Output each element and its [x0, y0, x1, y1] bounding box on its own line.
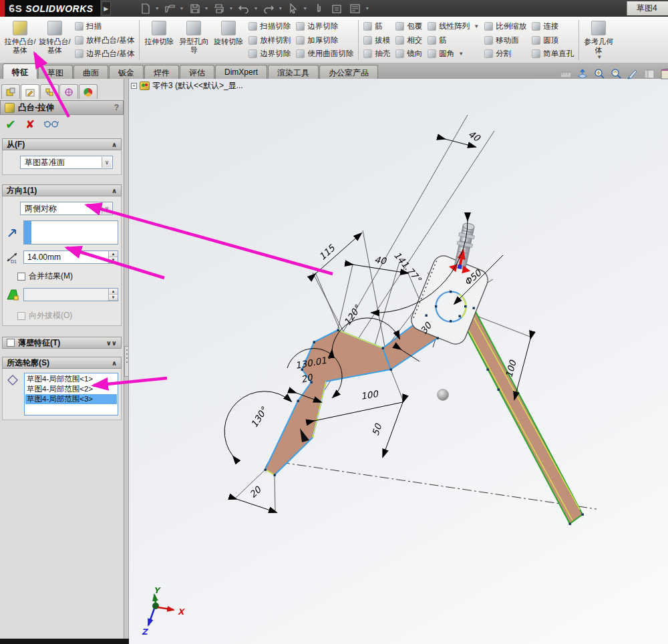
print-icon[interactable]: [211, 2, 227, 15]
graphics-viewport[interactable]: + 零件3 (默认<<默认>_显...: [129, 79, 668, 644]
undo-icon[interactable]: [236, 2, 252, 15]
extruded-cut-button[interactable]: 拉伸切除: [142, 18, 176, 62]
draft-button[interactable]: 拔模: [363, 34, 390, 47]
dim-115[interactable]: 115: [317, 242, 337, 262]
boundary-cut-button-2[interactable]: 边界切除: [296, 20, 353, 33]
boundary-boss-button[interactable]: 边界凸台/基体: [75, 47, 134, 60]
contour-listbox[interactable]: 草图4-局部范围<1> 草图4-局部范围<2> 草图4-局部范围<3>: [24, 373, 118, 416]
swept-cut-button[interactable]: 扫描切除: [248, 20, 291, 33]
tab-sheet-metal[interactable]: 钣金: [109, 65, 144, 79]
merge-result-checkbox[interactable]: [17, 273, 25, 281]
fillet-button[interactable]: 圆角▼: [428, 47, 479, 60]
linear-pattern-caret[interactable]: ▼: [474, 23, 479, 29]
contour-item-2[interactable]: 草图4-局部范围<2>: [25, 384, 117, 394]
simple-hole-button[interactable]: 简单直孔: [532, 47, 574, 60]
spin-down-icon[interactable]: ▼: [109, 257, 118, 263]
open-caret[interactable]: ▼: [180, 6, 184, 11]
undo-caret[interactable]: ▼: [253, 6, 258, 11]
dimxpert-manager-tab[interactable]: [59, 84, 78, 99]
intersect-button[interactable]: 相交: [395, 34, 422, 47]
dim-40-mid[interactable]: 40: [374, 254, 388, 267]
draft-angle-icon[interactable]: [5, 287, 20, 302]
swept-boss-button[interactable]: 扫描: [75, 20, 134, 33]
contour-item-empty[interactable]: [25, 404, 117, 414]
document-tab[interactable]: 草图4: [627, 1, 668, 15]
reference-geometry-button[interactable]: 参考几何体▼: [581, 18, 616, 62]
linear-pattern-button[interactable]: 线性阵列▼: [428, 20, 479, 33]
extruded-boss-base-button[interactable]: 拉伸凸台/基体: [3, 18, 37, 62]
revolved-boss-base-button[interactable]: 旋转凸台/基体: [37, 18, 72, 62]
depth-input[interactable]: 14.00mm ▲▼: [23, 251, 118, 264]
thin-feature-checkbox[interactable]: [7, 339, 15, 347]
dim-130[interactable]: 130°: [248, 405, 270, 430]
redo-icon[interactable]: [261, 2, 277, 15]
preview-glasses-icon[interactable]: [44, 120, 59, 130]
from-section-header[interactable]: 从(F)∧: [2, 138, 122, 150]
dome-button[interactable]: 圆顶: [532, 34, 574, 47]
end-condition-combobox[interactable]: 两侧对称 ∨: [20, 202, 113, 215]
feature-manager-tab[interactable]: [1, 84, 20, 99]
tab-surfaces[interactable]: 曲面: [73, 65, 108, 79]
from-combobox[interactable]: 草图基准面 ∨: [20, 156, 113, 169]
split-button[interactable]: 分割: [484, 47, 526, 60]
options-icon[interactable]: [347, 2, 363, 15]
new-icon[interactable]: [138, 2, 154, 15]
select-caret[interactable]: ▼: [303, 6, 307, 11]
property-manager-tab[interactable]: [21, 84, 39, 100]
move-face-button[interactable]: 移动面: [484, 34, 526, 47]
rib-button[interactable]: 筋: [363, 20, 390, 33]
extruded-part-body[interactable]: [265, 308, 582, 524]
tab-dimxpert[interactable]: DimXpert: [215, 65, 267, 79]
save-icon[interactable]: [187, 2, 203, 15]
thickened-cut-button[interactable]: 加厚切除: [296, 34, 353, 47]
panel-collapse-handle[interactable]: [124, 346, 129, 377]
direction-arrow-icon[interactable]: [5, 225, 20, 240]
reference-geometry-caret[interactable]: ▼: [597, 54, 602, 60]
scale-button[interactable]: 比例缩放: [484, 20, 526, 33]
new-caret[interactable]: ▼: [155, 6, 160, 11]
hole-wizard-button[interactable]: 异型孔向导: [176, 18, 211, 62]
ok-button[interactable]: ✔: [5, 120, 16, 130]
tab-office-products[interactable]: 办公室产品: [319, 65, 378, 79]
tab-features[interactable]: 特征: [3, 63, 37, 79]
dim-120[interactable]: 120°: [341, 303, 363, 327]
mirror-button[interactable]: 镜向: [395, 47, 422, 60]
join-button[interactable]: 连接: [532, 20, 574, 33]
shell-button[interactable]: 抽壳: [363, 47, 390, 60]
lofted-cut-button[interactable]: 放样切割: [248, 34, 291, 47]
fillet-caret[interactable]: ▼: [458, 51, 464, 57]
dim-100-mid[interactable]: 100: [360, 388, 379, 401]
dim-20-bottom[interactable]: 20: [247, 484, 264, 500]
print-caret[interactable]: ▼: [228, 6, 233, 11]
boundary-cut-button[interactable]: 边界切除: [248, 47, 291, 60]
model-canvas[interactable]: 40 115 40 141.77° 120° 30 Φ50 130.01° 20…: [129, 79, 668, 644]
direction-selection-box[interactable]: [23, 220, 118, 245]
cut-with-surface-button[interactable]: 使用曲面切除: [296, 47, 353, 60]
options-caret[interactable]: ▼: [365, 6, 369, 11]
display-manager-tab[interactable]: [79, 84, 98, 99]
bolt-fitting[interactable]: [448, 221, 480, 275]
menu-expand-arrow[interactable]: ▶: [102, 1, 111, 15]
rebuild-icon[interactable]: [329, 2, 345, 15]
selected-contours-section-header[interactable]: 所选轮廓(S)∧: [2, 357, 122, 369]
cancel-button[interactable]: ✘: [25, 120, 35, 130]
wrap-button[interactable]: 包覆: [395, 20, 422, 33]
panel-splitter[interactable]: [124, 79, 129, 640]
lower-arm-face[interactable]: [265, 330, 391, 475]
open-icon[interactable]: [162, 2, 178, 15]
redo-caret[interactable]: ▼: [278, 6, 283, 11]
thin-feature-section-header[interactable]: 薄壁特征(T) ∨∨: [2, 337, 122, 349]
revolved-cut-button[interactable]: 旋转切除: [211, 18, 246, 62]
dimension-lines[interactable]: [224, 139, 530, 512]
direction1-section-header[interactable]: 方向1(1)∧: [2, 184, 122, 196]
contour-item-1[interactable]: 草图4-局部范围<1>: [25, 374, 117, 384]
tab-render-tools[interactable]: 渲染工具: [268, 65, 319, 79]
lofted-boss-button[interactable]: 放样凸台/基体: [75, 34, 134, 47]
rib-button-2[interactable]: 筋: [428, 34, 479, 47]
depth-spinner[interactable]: ▲▼: [108, 251, 118, 263]
save-caret[interactable]: ▼: [204, 6, 209, 11]
tab-evaluate[interactable]: 评估: [180, 65, 214, 79]
right-leg-face[interactable]: [460, 308, 582, 524]
dim-40-top[interactable]: 40: [466, 128, 482, 144]
attach-icon[interactable]: [310, 2, 326, 15]
